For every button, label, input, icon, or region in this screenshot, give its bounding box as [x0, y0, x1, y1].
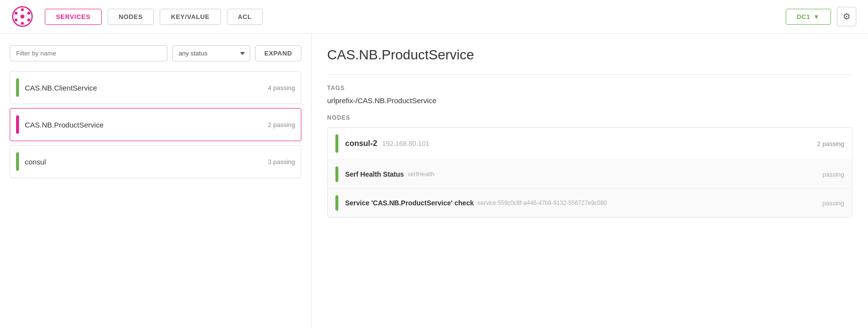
header: SERVICES NODES KEY/VALUE ACL DC1 ▼ ⚙: [0, 0, 868, 34]
dc-selector-button[interactable]: DC1 ▼: [786, 9, 831, 25]
node-passing-count: 2 passing: [817, 140, 844, 147]
settings-button[interactable]: ⚙: [837, 7, 856, 26]
node-card-consul-2: consul-2 192.168.80.101 2 passing Serf H…: [327, 127, 852, 218]
right-panel: CAS.NB.ProductService TAGS urlprefix-/CA…: [312, 34, 868, 328]
nav-acl-button[interactable]: ACL: [227, 9, 263, 25]
nav-nodes-button[interactable]: NODES: [108, 9, 154, 25]
consul-logo-icon: [12, 6, 33, 27]
check-item-serf-health: Serf Health Status serfHealth passing: [328, 160, 852, 188]
filter-row: any status passing warning critical EXPA…: [10, 45, 301, 61]
left-panel: any status passing warning critical EXPA…: [0, 34, 312, 328]
check-status-indicator: [335, 166, 338, 182]
service-passing-count: 4 passing: [268, 84, 295, 91]
check-status-text: passing: [822, 200, 844, 207]
node-header: consul-2 192.168.80.101 2 passing: [328, 128, 852, 160]
check-item-service-check: Service 'CAS.NB.ProductService' check se…: [328, 188, 852, 217]
service-detail-title: CAS.NB.ProductService: [327, 47, 852, 63]
svg-point-7: [15, 12, 18, 15]
tags-label: TAGS: [327, 85, 852, 91]
svg-point-1: [20, 15, 24, 18]
nav-services-button[interactable]: SERVICES: [45, 9, 102, 25]
service-name: CAS.NB.ProductService: [25, 121, 268, 129]
service-status-indicator: [16, 115, 19, 134]
gear-icon: ⚙: [843, 11, 850, 22]
svg-point-2: [21, 8, 24, 11]
svg-point-5: [21, 22, 24, 25]
nodes-label: NODES: [327, 114, 852, 121]
main-layout: any status passing warning critical EXPA…: [0, 34, 868, 328]
svg-point-4: [27, 18, 30, 21]
service-status-indicator: [16, 152, 19, 171]
expand-button[interactable]: EXPAND: [255, 45, 301, 61]
service-item-cas-nb-client[interactable]: CAS.NB.ClientService 4 passing: [10, 71, 301, 104]
service-item-consul[interactable]: consul 3 passing: [10, 145, 301, 178]
node-ip: 192.168.80.101: [382, 140, 429, 147]
service-name: CAS.NB.ClientService: [25, 84, 268, 92]
divider: [327, 74, 852, 75]
chevron-down-icon: ▼: [813, 13, 820, 20]
service-list: CAS.NB.ClientService 4 passing CAS.NB.Pr…: [10, 71, 301, 178]
service-name: consul: [25, 158, 268, 166]
service-passing-count: 3 passing: [268, 158, 295, 165]
node-status-indicator: [335, 134, 338, 153]
service-item-cas-nb-product[interactable]: CAS.NB.ProductService 2 passing: [10, 108, 301, 141]
service-status-indicator: [16, 78, 19, 97]
nodes-section: NODES consul-2 192.168.80.101 2 passing …: [327, 114, 852, 218]
svg-point-3: [27, 12, 30, 15]
check-name: Serf Health Status: [345, 170, 404, 178]
svg-point-6: [15, 18, 18, 21]
service-passing-count: 2 passing: [268, 121, 295, 128]
nav-keyvalue-button[interactable]: KEY/VALUE: [160, 9, 221, 25]
check-id: serfHealth: [408, 171, 435, 178]
dc-label: DC1: [797, 13, 811, 20]
filter-by-name-input[interactable]: [10, 45, 167, 61]
check-id: service:559c0c8f-a446-47b8-9132-556727e9…: [478, 200, 607, 206]
check-status-indicator: [335, 195, 338, 211]
check-name: Service 'CAS.NB.ProductService' check: [345, 199, 474, 207]
logo: [12, 6, 33, 27]
node-name: consul-2: [345, 139, 377, 148]
tags-section: TAGS urlprefix-/CAS.NB.ProductService: [327, 85, 852, 105]
status-filter-select[interactable]: any status passing warning critical: [172, 45, 250, 61]
tag-value: urlprefix-/CAS.NB.ProductService: [327, 96, 852, 105]
check-status-text: passing: [822, 171, 844, 178]
